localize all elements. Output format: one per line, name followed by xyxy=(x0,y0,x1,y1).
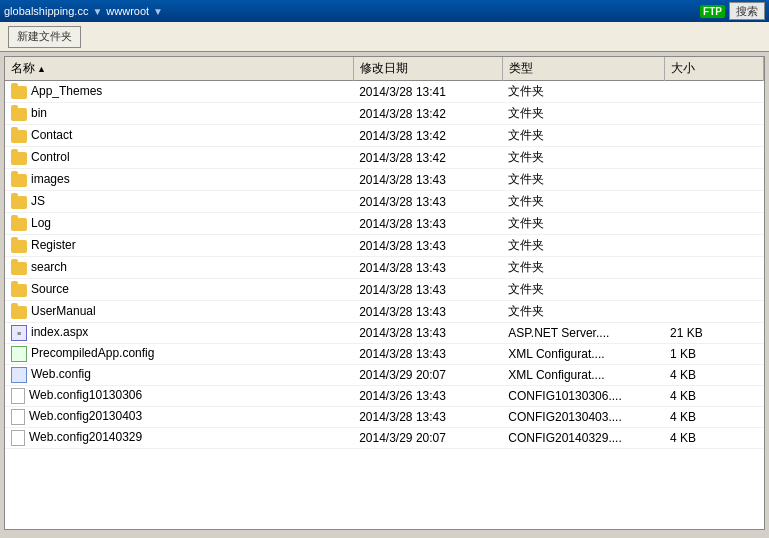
table-row[interactable]: Source2014/3/28 13:43文件夹 xyxy=(5,279,764,301)
file-date: 2014/3/28 13:42 xyxy=(353,125,502,147)
file-name: UserManual xyxy=(31,304,96,318)
file-name: Log xyxy=(31,216,51,230)
file-date: 2014/3/28 13:43 xyxy=(353,235,502,257)
file-type: XML Configurat.... xyxy=(502,365,664,386)
file-date: 2014/3/26 13:43 xyxy=(353,386,502,407)
ftp-badge: FTP xyxy=(700,5,725,18)
table-row[interactable]: App_Themes2014/3/28 13:41文件夹 xyxy=(5,81,764,103)
file-size xyxy=(664,213,764,235)
file-name-cell: PrecompiledApp.config xyxy=(5,344,353,365)
file-size xyxy=(664,279,764,301)
table-row[interactable]: images2014/3/28 13:43文件夹 xyxy=(5,169,764,191)
table-row[interactable]: Web.config201304032014/3/28 13:43CONFIG2… xyxy=(5,407,764,428)
file-date: 2014/3/28 13:43 xyxy=(353,169,502,191)
path-separator: ▼ xyxy=(92,6,102,17)
file-size xyxy=(664,81,764,103)
folder-icon xyxy=(11,130,27,143)
file-name: bin xyxy=(31,106,47,120)
plain-file-icon xyxy=(11,409,25,425)
file-name: Web.config xyxy=(31,367,91,381)
file-date: 2014/3/28 13:41 xyxy=(353,81,502,103)
table-row[interactable]: UserManual2014/3/28 13:43文件夹 xyxy=(5,301,764,323)
file-name-cell: UserManual xyxy=(5,301,353,323)
plain-file-icon xyxy=(11,388,25,404)
file-list: App_Themes2014/3/28 13:41文件夹bin2014/3/28… xyxy=(5,81,764,449)
file-name: Control xyxy=(31,150,70,164)
table-row[interactable]: bin2014/3/28 13:42文件夹 xyxy=(5,103,764,125)
file-type: XML Configurat.... xyxy=(502,344,664,365)
file-size: 4 KB xyxy=(664,428,764,449)
file-date: 2014/3/29 20:07 xyxy=(353,428,502,449)
file-size xyxy=(664,147,764,169)
file-date: 2014/3/28 13:43 xyxy=(353,213,502,235)
file-name-cell: search xyxy=(5,257,353,279)
table-row[interactable]: Web.config2014/3/29 20:07XML Configurat.… xyxy=(5,365,764,386)
file-date: 2014/3/28 13:43 xyxy=(353,344,502,365)
table-row[interactable]: search2014/3/28 13:43文件夹 xyxy=(5,257,764,279)
title-bar-actions: FTP 搜索 xyxy=(700,2,765,20)
file-type: 文件夹 xyxy=(502,213,664,235)
title-bar-path: globalshipping.cc ▼ wwwroot ▼ xyxy=(4,5,163,17)
file-type: 文件夹 xyxy=(502,191,664,213)
file-size xyxy=(664,125,764,147)
table-row[interactable]: Log2014/3/28 13:43文件夹 xyxy=(5,213,764,235)
table-row[interactable]: Web.config101303062014/3/26 13:43CONFIG1… xyxy=(5,386,764,407)
file-date: 2014/3/28 13:43 xyxy=(353,301,502,323)
file-name: Source xyxy=(31,282,69,296)
table-row[interactable]: ≡index.aspx2014/3/28 13:43ASP.NET Server… xyxy=(5,323,764,344)
search-button[interactable]: 搜索 xyxy=(729,2,765,20)
file-date: 2014/3/28 13:43 xyxy=(353,407,502,428)
file-name: images xyxy=(31,172,70,186)
folder-icon xyxy=(11,306,27,319)
table-row[interactable]: Register2014/3/28 13:43文件夹 xyxy=(5,235,764,257)
toolbar: 新建文件夹 xyxy=(0,22,769,52)
file-size xyxy=(664,235,764,257)
file-name-cell: Control xyxy=(5,147,353,169)
file-name-cell: images xyxy=(5,169,353,191)
file-type: 文件夹 xyxy=(502,257,664,279)
file-container: 名称▲ 修改日期 类型 大小 App_Themes2014/3/28 13:41… xyxy=(4,56,765,530)
table-row[interactable]: PrecompiledApp.config2014/3/28 13:43XML … xyxy=(5,344,764,365)
file-size: 1 KB xyxy=(664,344,764,365)
web-config-icon xyxy=(11,367,27,383)
file-size: 21 KB xyxy=(664,323,764,344)
file-date: 2014/3/28 13:43 xyxy=(353,323,502,344)
file-size xyxy=(664,257,764,279)
file-name: Web.config10130306 xyxy=(29,388,142,402)
file-date: 2014/3/28 13:42 xyxy=(353,103,502,125)
new-folder-button[interactable]: 新建文件夹 xyxy=(8,26,81,48)
table-row[interactable]: Contact2014/3/28 13:42文件夹 xyxy=(5,125,764,147)
file-type: 文件夹 xyxy=(502,125,664,147)
table-row[interactable]: Control2014/3/28 13:42文件夹 xyxy=(5,147,764,169)
file-name: Contact xyxy=(31,128,72,142)
file-size xyxy=(664,191,764,213)
col-header-type[interactable]: 类型 xyxy=(502,57,664,81)
file-date: 2014/3/28 13:43 xyxy=(353,191,502,213)
plain-file-icon xyxy=(11,430,25,446)
col-header-size[interactable]: 大小 xyxy=(664,57,764,81)
table-row[interactable]: JS2014/3/28 13:43文件夹 xyxy=(5,191,764,213)
file-size xyxy=(664,169,764,191)
file-type: CONFIG10130306.... xyxy=(502,386,664,407)
title-bar: globalshipping.cc ▼ wwwroot ▼ FTP 搜索 xyxy=(0,0,769,22)
file-type: 文件夹 xyxy=(502,81,664,103)
file-name-cell: Web.config xyxy=(5,365,353,386)
file-table: 名称▲ 修改日期 类型 大小 App_Themes2014/3/28 13:41… xyxy=(5,57,764,449)
table-row[interactable]: Web.config201403292014/3/29 20:07CONFIG2… xyxy=(5,428,764,449)
col-header-name[interactable]: 名称▲ xyxy=(5,57,353,81)
file-name: JS xyxy=(31,194,45,208)
col-header-date[interactable]: 修改日期 xyxy=(353,57,502,81)
ftp-host: globalshipping.cc xyxy=(4,5,88,17)
file-name-cell: bin xyxy=(5,103,353,125)
file-name: Register xyxy=(31,238,76,252)
file-name: Web.config20140329 xyxy=(29,430,142,444)
folder-icon xyxy=(11,240,27,253)
file-name-cell: Web.config20130403 xyxy=(5,407,353,428)
file-date: 2014/3/28 13:43 xyxy=(353,257,502,279)
file-name-cell: App_Themes xyxy=(5,81,353,103)
file-size: 4 KB xyxy=(664,407,764,428)
folder-icon xyxy=(11,284,27,297)
file-type: 文件夹 xyxy=(502,279,664,301)
folder-icon xyxy=(11,218,27,231)
file-name-cell: Web.config10130306 xyxy=(5,386,353,407)
